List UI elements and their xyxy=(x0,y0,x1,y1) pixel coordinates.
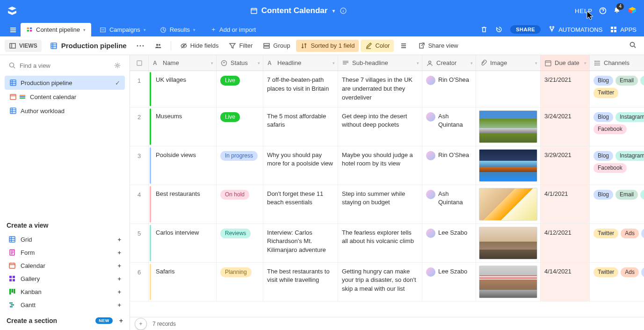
cell-name[interactable]: UK villages xyxy=(152,71,217,107)
table-row[interactable]: 2 Museums Live The 5 most affordable saf… xyxy=(130,108,644,146)
add-import-button[interactable]: ＋ Add or import xyxy=(206,22,260,36)
column-header-due[interactable]: Due date▾ xyxy=(541,55,590,71)
create-view-form[interactable]: Form+ xyxy=(5,246,125,259)
row-height-button[interactable] xyxy=(396,40,412,52)
image-thumbnail[interactable] xyxy=(479,110,537,143)
collaborators-button[interactable] xyxy=(150,40,166,52)
cell-image[interactable] xyxy=(476,224,541,262)
trash-icon[interactable] xyxy=(480,26,488,33)
cell-status[interactable]: Reviews xyxy=(217,224,263,262)
column-header-creator[interactable]: Creator▾ xyxy=(422,55,476,71)
cell-channels[interactable]: TwitterAdsBlog xyxy=(590,263,644,301)
cell-name[interactable]: Poolside views xyxy=(152,146,217,185)
cell-headline[interactable]: 7 off-the-beaten-path places to visit in… xyxy=(263,71,338,107)
column-header-status[interactable]: Status▾ xyxy=(217,55,263,71)
column-header-headline[interactable]: AHeadline▾ xyxy=(263,55,338,71)
find-view-input[interactable] xyxy=(20,62,110,69)
cell-headline[interactable]: Interview: Carlos Richardson's Mt. Kilim… xyxy=(263,224,338,262)
cell-name[interactable]: Safaris xyxy=(152,263,217,301)
grid-body[interactable]: 1 UK villages Live 7 off-the-beaten-path… xyxy=(130,71,644,317)
cell-creator[interactable]: Rin O'Shea xyxy=(422,146,476,185)
column-header-name[interactable]: AName▾ xyxy=(149,55,217,71)
current-view-name[interactable]: Production pipeline xyxy=(46,40,130,51)
account-avatar[interactable] xyxy=(627,5,637,17)
cell-status[interactable]: On hold xyxy=(217,185,263,223)
table-row[interactable]: 3 Poolside views In progress Why you sho… xyxy=(130,146,644,185)
cell-channels[interactable]: BlogEmailInstagram xyxy=(590,185,644,223)
cell-due-date[interactable]: 3/29/2021 xyxy=(541,146,590,185)
logo-icon[interactable] xyxy=(7,5,18,16)
search-button[interactable] xyxy=(626,38,639,53)
automations-button[interactable]: AUTOMATIONS xyxy=(548,26,602,33)
view-options-button[interactable] xyxy=(132,43,148,49)
create-view-calendar[interactable]: Calendar+ xyxy=(5,259,125,272)
create-view-grid[interactable]: Grid+ xyxy=(5,233,125,246)
cell-channels[interactable]: BlogInstagramTwitterFacebook xyxy=(590,108,644,146)
column-header-image[interactable]: Image▾ xyxy=(476,55,541,71)
create-section-row[interactable]: Create a section NEW + xyxy=(5,311,125,326)
cell-headline[interactable]: The 5 most affordable safaris xyxy=(263,108,338,146)
share-button[interactable]: SHARE xyxy=(510,25,541,34)
image-thumbnail[interactable] xyxy=(479,188,537,221)
notifications-button[interactable]: 4 xyxy=(613,7,621,15)
share-view-button[interactable]: Share view xyxy=(413,40,462,52)
cell-status[interactable]: Live xyxy=(217,71,263,107)
cell-channels[interactable]: TwitterAdsBlog xyxy=(590,224,644,262)
table-row[interactable]: 5 Carlos interview Reviews Interview: Ca… xyxy=(130,224,644,263)
table-row[interactable]: 4 Best restaurants On hold Don't forget … xyxy=(130,185,644,224)
cell-image[interactable] xyxy=(476,108,541,146)
cell-creator[interactable]: Lee Szabo xyxy=(422,263,476,301)
select-all-checkbox[interactable] xyxy=(130,55,149,71)
info-icon[interactable] xyxy=(340,7,347,14)
hide-fields-button[interactable]: Hide fields xyxy=(176,40,223,52)
create-view-gantt[interactable]: Gantt+ xyxy=(5,298,125,311)
apps-button[interactable]: APPS xyxy=(610,26,637,33)
cell-subheadline[interactable]: Maybe you should judge a hotel room by i… xyxy=(338,146,422,185)
cell-name[interactable]: Museums xyxy=(152,108,217,146)
sidebar-view-author-workload[interactable]: Author workload xyxy=(5,104,125,118)
cell-status[interactable]: Planning xyxy=(217,263,263,301)
cell-headline[interactable]: Don't forget these 11 beach essentials xyxy=(263,185,338,223)
image-thumbnail[interactable] xyxy=(479,265,537,298)
help-link[interactable]: HELP xyxy=(575,7,593,14)
table-tab-content-pipeline[interactable]: Content pipeline▾ xyxy=(21,23,91,36)
cell-image[interactable] xyxy=(476,185,541,223)
cell-creator[interactable]: Lee Szabo xyxy=(422,224,476,262)
history-icon[interactable] xyxy=(495,26,503,33)
cell-channels[interactable]: BlogInstagramTwitterFacebook xyxy=(590,146,644,185)
cell-due-date[interactable]: 3/21/2021 xyxy=(541,71,590,107)
table-row[interactable]: 6 Safaris Planning The best restaurants … xyxy=(130,263,644,301)
cell-creator[interactable]: Ash Quintana xyxy=(422,108,476,146)
cell-subheadline[interactable]: Get deep into the desert without deep po… xyxy=(338,108,422,146)
table-tab-results[interactable]: Results▾ xyxy=(154,23,201,36)
workspace-title-area[interactable]: Content Calendar ▼ xyxy=(22,6,575,15)
cell-due-date[interactable]: 3/24/2021 xyxy=(541,108,590,146)
cell-subheadline[interactable]: The fearless explorer tells all about hi… xyxy=(338,224,422,262)
cell-name[interactable]: Carlos interview xyxy=(152,224,217,262)
cell-name[interactable]: Best restaurants xyxy=(152,185,217,223)
sort-button[interactable]: Sorted by 1 field xyxy=(296,40,359,52)
cell-subheadline[interactable]: Getting hungry can make your trip a disa… xyxy=(338,263,422,301)
cell-headline[interactable]: The best restaurants to visit while trav… xyxy=(263,263,338,301)
table-row[interactable]: 1 UK villages Live 7 off-the-beaten-path… xyxy=(130,71,644,108)
cell-image[interactable] xyxy=(476,71,541,107)
table-tab-campaigns[interactable]: Campaigns▾ xyxy=(94,23,152,36)
column-header-channels[interactable]: Channels▾ xyxy=(590,55,644,71)
help-icon[interactable] xyxy=(599,7,607,14)
cell-creator[interactable]: Ash Quintana xyxy=(422,185,476,223)
create-view-kanban[interactable]: Kanban+ xyxy=(5,285,125,298)
views-toggle-button[interactable]: VIEWS xyxy=(5,40,42,52)
cell-image[interactable] xyxy=(476,146,541,185)
column-header-subhead[interactable]: Sub-headline▾ xyxy=(338,55,422,71)
image-thumbnail[interactable] xyxy=(479,227,537,259)
cell-creator[interactable]: Rin O'Shea xyxy=(422,71,476,107)
cell-channels[interactable]: BlogEmailInstagramTwitter xyxy=(590,71,644,107)
cell-status[interactable]: Live xyxy=(217,108,263,146)
cell-due-date[interactable]: 4/12/2021 xyxy=(541,224,590,262)
image-thumbnail[interactable] xyxy=(479,149,537,182)
menu-button[interactable] xyxy=(6,23,21,36)
cell-image[interactable] xyxy=(476,263,541,301)
cell-subheadline[interactable]: These 7 villages in the UK are underrate… xyxy=(338,71,422,107)
cell-due-date[interactable]: 4/14/2021 xyxy=(541,263,590,301)
cell-status[interactable]: In progress xyxy=(217,146,263,185)
